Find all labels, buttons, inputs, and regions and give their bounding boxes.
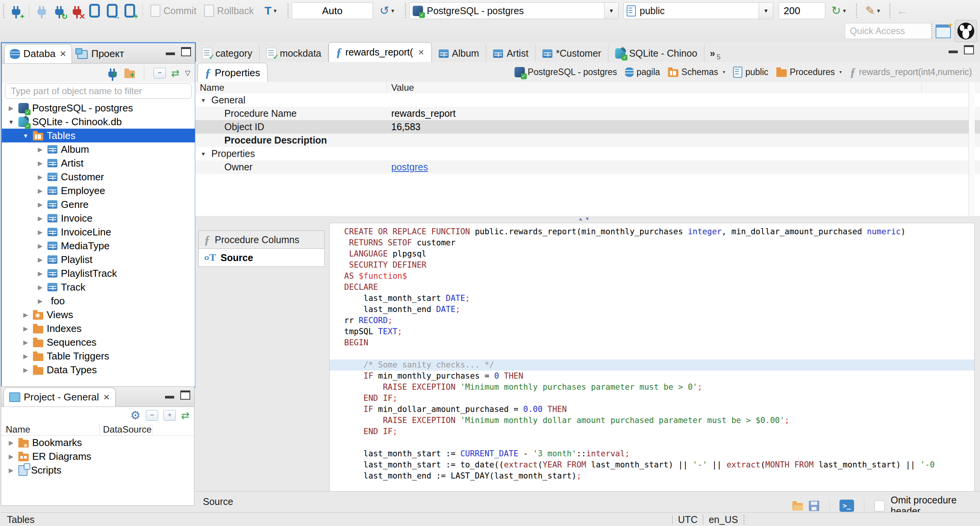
collapse-all-button[interactable]: − — [146, 410, 158, 421]
dbeaver-perspective-button[interactable] — [955, 20, 977, 42]
expander-right-icon[interactable]: ▶ — [36, 160, 44, 167]
tree-item-postgresql-postgres[interactable]: ▶PostgreSQL - postgres — [2, 101, 195, 115]
tree-item-sequences[interactable]: ▶Sequences — [2, 335, 195, 349]
expander-right-icon[interactable]: ▶ — [36, 146, 44, 153]
tree-item-track[interactable]: ▶Track — [2, 280, 195, 294]
chevron-down-icon[interactable]: ▼ — [759, 3, 773, 19]
refresh-button[interactable]: ↻ ▼ — [825, 2, 853, 20]
property-row-properties[interactable]: ▼Properties — [195, 147, 980, 160]
chevron-down-icon[interactable]: ▾ — [723, 69, 725, 75]
load-from-file-button[interactable] — [792, 503, 803, 511]
expander-right-icon[interactable]: ▶ — [22, 339, 29, 346]
source-code-viewer[interactable]: CREATE OR REPLACE FUNCTION public.reward… — [329, 223, 975, 526]
active-schema-select[interactable]: public ▼ — [623, 2, 773, 19]
back-button[interactable]: ← — [893, 2, 911, 20]
tree-item-views[interactable]: ▶Views — [2, 308, 195, 322]
breadcrumb-item-postgresql-postgres[interactable]: PostgreSQL - postgres — [512, 67, 620, 77]
tree-item-bookmarks[interactable]: ▶Bookmarks — [1, 436, 194, 449]
close-icon[interactable]: ✕ — [60, 49, 67, 59]
timezone-status[interactable]: UTC — [678, 514, 697, 525]
tree-item-mediatype[interactable]: ▶MediaType — [2, 239, 195, 253]
property-row-procedure-description[interactable]: Procedure Description — [195, 134, 980, 147]
expander-right-icon[interactable]: ▶ — [22, 366, 29, 374]
breadcrumb-item-procedures[interactable]: Procedures▾ — [774, 67, 844, 77]
property-row-object-id[interactable]: Object ID16,583 — [195, 120, 980, 134]
expander-right-icon[interactable]: ▶ — [22, 325, 29, 332]
quick-access-input[interactable] — [845, 23, 933, 39]
close-icon[interactable]: ✕ — [418, 48, 425, 57]
disconnect-button[interactable]: ✕ — [68, 2, 86, 20]
new-connection-button[interactable]: + — [108, 69, 117, 77]
result-set-limit-input[interactable] — [779, 2, 825, 19]
object-filter-input[interactable] — [5, 83, 192, 99]
editor-tab-mockdata[interactable]: mockdata — [260, 45, 328, 62]
view-menu-button[interactable]: ▽ — [185, 69, 190, 77]
open-perspective-button[interactable] — [936, 25, 951, 40]
tree-item-employee[interactable]: ▶Employee — [2, 184, 195, 198]
expander-right-icon[interactable]: ▶ — [36, 173, 44, 181]
expander-right-icon[interactable]: ▶ — [36, 284, 44, 291]
tab-database-navigator[interactable]: Databa ✕ — [4, 44, 72, 63]
new-sql-editor-button[interactable]: + — [121, 2, 139, 20]
tree-item-data-types[interactable]: ▶Data Types — [2, 363, 195, 377]
hidden-tabs-button[interactable]: »5 — [704, 48, 719, 62]
expander-right-icon[interactable]: ▶ — [22, 311, 29, 319]
edit-rename-button[interactable]: ✎ ▼ — [860, 2, 886, 20]
maximize-button[interactable] — [181, 47, 191, 56]
open-sql-script-button[interactable]: → — [103, 2, 121, 20]
breadcrumb-item-public[interactable]: public — [730, 67, 771, 78]
close-icon[interactable]: ✕ — [103, 393, 110, 402]
tree-item-album[interactable]: ▶Album — [2, 142, 195, 156]
editor-tab-customer[interactable]: *Customer — [536, 45, 608, 62]
maximize-button[interactable] — [180, 390, 190, 400]
expander-down-icon[interactable]: ▼ — [7, 119, 15, 125]
tree-item-scripts[interactable]: ▶Scripts — [1, 463, 194, 477]
tree-item-indexes[interactable]: ▶Indexes — [2, 322, 195, 335]
gear-icon[interactable]: ⚙ — [130, 410, 140, 421]
query-history-button[interactable]: ↺ ▼ — [373, 2, 402, 20]
save-to-file-button[interactable] — [809, 501, 819, 511]
sql-editor-button[interactable] — [86, 2, 103, 20]
tab-projects[interactable]: Проект — [72, 44, 129, 63]
omit-procedure-header-checkbox[interactable] — [874, 500, 885, 511]
expander-right-icon[interactable]: ▶ — [36, 229, 44, 236]
expander-down-icon[interactable]: ▼ — [195, 97, 211, 103]
tree-item-invoiceline[interactable]: ▶InvoiceLine — [2, 225, 195, 239]
section-tab-source[interactable]: Source — [198, 248, 325, 267]
tree-item-table-triggers[interactable]: ▶Table Triggers — [2, 349, 195, 363]
tree-item-invoice[interactable]: ▶Invoice — [2, 211, 195, 225]
expander-right-icon[interactable]: ▶ — [7, 439, 15, 446]
breadcrumb-item-schemas[interactable]: Schemas▾ — [665, 67, 728, 77]
chevron-down-icon[interactable]: ▼ — [604, 3, 618, 19]
tree-item-artist[interactable]: ▶Artist — [2, 156, 195, 170]
expander-right-icon[interactable]: ▶ — [7, 467, 15, 474]
transaction-log-button[interactable]: T ▼ — [258, 2, 284, 20]
tree-item-er-diagrams[interactable]: ▶ER Diagrams — [1, 449, 194, 463]
link-with-editor-icon[interactable]: ⇄ — [181, 410, 189, 420]
tree-item-sqlite-chinook-db[interactable]: ▼SQLite - Chinook.db — [2, 115, 195, 129]
column-header-name[interactable]: Name — [200, 82, 224, 93]
editor-tab-rewards-report[interactable]: rewards_report(✕ — [328, 42, 431, 62]
open-console-button[interactable] — [840, 500, 854, 512]
collapse-all-button[interactable]: − — [154, 68, 166, 78]
property-row-procedure-name[interactable]: Procedure Namerewards_report — [195, 107, 980, 120]
locale-status[interactable]: en_US — [709, 514, 738, 525]
new-folder-button[interactable]: + — [124, 69, 135, 78]
commit-mode-select[interactable]: Auto — [292, 2, 373, 19]
property-row-owner[interactable]: Ownerpostgres — [195, 160, 980, 174]
expander-down-icon[interactable]: ▼ — [22, 132, 29, 139]
expander-right-icon[interactable]: ▶ — [7, 105, 15, 112]
active-connection-select[interactable]: PostgreSQL - postgres ▼ — [409, 2, 619, 19]
properties-scrollbar[interactable] — [969, 82, 975, 216]
tab-properties[interactable]: Properties — [198, 63, 268, 82]
tree-item-genre[interactable]: ▶Genre — [2, 198, 195, 211]
editor-tab-artist[interactable]: Artist — [486, 45, 536, 62]
breadcrumb-item-rewards-report-int4-numeric[interactable]: rewards_report(int4,numeric) — [847, 65, 975, 79]
column-header-datasource[interactable]: DataSource — [100, 424, 152, 435]
invalidate-reconnect-button[interactable]: ↻ — [51, 2, 68, 20]
new-connection-button[interactable]: + — [7, 2, 25, 20]
editor-tab-category[interactable]: category — [195, 45, 260, 62]
commit-button[interactable]: Commit — [147, 5, 200, 17]
expander-right-icon[interactable]: ▶ — [36, 242, 44, 250]
editor-tab-sqlite-chinoo[interactable]: SQLite - Chinoo — [608, 45, 704, 62]
